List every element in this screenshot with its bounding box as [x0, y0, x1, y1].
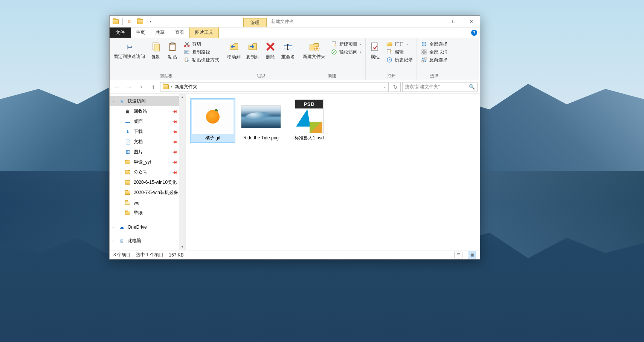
- file-thumbnail: [192, 100, 233, 134]
- nav-up-button[interactable]: ↑: [148, 82, 159, 92]
- sidebar-item-recycle[interactable]: 🗑回收站📌: [110, 106, 185, 116]
- chevron-right-icon: ›: [113, 225, 114, 229]
- invert-selection-button[interactable]: 反向选择: [420, 56, 448, 64]
- address-bar[interactable]: › 新建文件夹 ⌄: [160, 82, 389, 92]
- address-dropdown-icon[interactable]: ⌄: [383, 85, 386, 89]
- new-folder-button[interactable]: 新建文件夹: [301, 40, 328, 60]
- sidebar-item-folder[interactable]: 2020-6-15-win10美化: [110, 177, 185, 188]
- sidebar-item-folder[interactable]: 2020-7-5-win装机必备上: [110, 188, 185, 198]
- minimize-button[interactable]: ―: [428, 16, 445, 27]
- select-all-button[interactable]: 全部选择: [420, 40, 448, 48]
- pin-icon: 📌: [172, 139, 178, 145]
- open-icon: [386, 41, 393, 47]
- context-tab-manage[interactable]: 管理: [243, 18, 267, 27]
- sidebar-item-documents[interactable]: 📄文档📌: [110, 137, 185, 147]
- picture-icon: 🖼: [125, 149, 131, 155]
- folder-icon: [125, 169, 131, 176]
- sidebar-quick-access[interactable]: › ★ 快速访问: [110, 96, 185, 106]
- status-selection-count: 选中 1 个项目: [136, 252, 163, 258]
- svg-rect-28: [422, 61, 424, 63]
- search-input[interactable]: 搜索"新建文件夹" 🔍: [402, 82, 478, 92]
- move-to-button[interactable]: 移动到: [225, 40, 243, 61]
- cut-button[interactable]: 剪切: [183, 40, 220, 48]
- ribbon-group-select: 全部选择 全部取消 反向选择 选择: [417, 38, 451, 80]
- edit-button[interactable]: 编辑: [385, 48, 414, 56]
- svg-rect-22: [422, 50, 424, 52]
- close-button[interactable]: ✕: [462, 16, 480, 27]
- star-icon: ★: [119, 98, 125, 104]
- sidebar-item-folder[interactable]: 公众号📌: [110, 167, 185, 177]
- search-icon: 🔍: [469, 84, 475, 90]
- sidebar-onedrive[interactable]: ›☁OneDrive: [110, 222, 185, 232]
- tab-view[interactable]: 查看: [170, 27, 189, 38]
- paste-shortcut-button[interactable]: 粘贴快捷方式: [183, 56, 220, 64]
- move-to-icon: [229, 40, 239, 53]
- nav-forward-button[interactable]: →: [124, 82, 134, 92]
- nav-back-button[interactable]: ←: [112, 82, 122, 92]
- navigation-pane[interactable]: › ★ 快速访问 🗑回收站📌 ▬桌面📌 ⬇下载📌 📄文档📌 🖼图片📌 毕设_yy…: [110, 94, 186, 250]
- sidebar-scrollbar[interactable]: ▴ ▾: [179, 94, 185, 250]
- file-name: Ride the Tide.png: [243, 135, 279, 141]
- qat-newfolder-icon[interactable]: [136, 17, 145, 26]
- svg-rect-27: [425, 58, 427, 60]
- properties-button[interactable]: 属性: [367, 40, 383, 61]
- nav-recent-dropdown[interactable]: ▾: [136, 82, 147, 92]
- file-menu[interactable]: 文件: [110, 27, 131, 38]
- titlebar: ☑ ▾ 管理 新建文件夹 ― ☐ ✕: [110, 16, 480, 27]
- chevron-right-icon: ›: [113, 239, 114, 243]
- history-icon: [386, 56, 393, 63]
- invert-selection-icon: [421, 56, 427, 63]
- easy-access-button[interactable]: 轻松访问▾: [330, 48, 362, 56]
- refresh-button[interactable]: ↻: [390, 82, 401, 92]
- open-button[interactable]: 打开▾: [385, 40, 414, 48]
- new-item-button[interactable]: 新建项目▾: [330, 40, 362, 48]
- help-button[interactable]: ?: [469, 27, 480, 38]
- rename-button[interactable]: 重命名: [279, 40, 297, 61]
- file-item[interactable]: PSD 标准兽人1.psd: [287, 98, 332, 143]
- chevron-right-icon: ›: [113, 99, 114, 103]
- tab-share[interactable]: 共享: [150, 27, 170, 38]
- file-item[interactable]: Ride the Tide.png: [238, 98, 284, 143]
- body: › ★ 快速访问 🗑回收站📌 ▬桌面📌 ⬇下载📌 📄文档📌 🖼图片📌 毕设_yy…: [110, 94, 480, 250]
- maximize-button[interactable]: ☐: [445, 16, 462, 27]
- history-button[interactable]: 历史记录: [385, 56, 414, 64]
- qat-properties-icon[interactable]: ☑: [125, 17, 134, 26]
- sidebar-item-folder[interactable]: 毕设_yyt📌: [110, 157, 185, 167]
- svg-rect-1: [154, 44, 159, 51]
- tab-home[interactable]: 主页: [131, 27, 150, 38]
- copy-button[interactable]: 复制: [148, 40, 164, 61]
- file-list[interactable]: 橘子.gif Ride the Tide.png PSD 标准兽人1.psd: [186, 94, 480, 250]
- scroll-up-button[interactable]: ▴: [179, 94, 185, 100]
- pin-label: 固定到快速访问: [113, 54, 145, 59]
- paste-shortcut-icon: [183, 56, 190, 63]
- pin-icon: 📌: [172, 128, 178, 134]
- scroll-down-button[interactable]: ▾: [179, 244, 185, 250]
- sidebar-item-folder[interactable]: 壁纸: [110, 208, 185, 218]
- easy-access-icon: [331, 49, 337, 55]
- tab-picture-tools[interactable]: 图片工具: [189, 27, 219, 38]
- delete-button[interactable]: 删除: [262, 40, 278, 61]
- copy-to-button[interactable]: 复制到: [244, 40, 262, 61]
- ribbon-collapse-button[interactable]: ˆ: [459, 27, 469, 38]
- ribbon-group-organize: 移动到 复制到 删除 重命名 组织: [223, 38, 299, 80]
- status-item-count: 3 个项目: [113, 252, 131, 258]
- copy-path-icon: [183, 49, 190, 55]
- copy-path-button[interactable]: 复制路径: [183, 48, 220, 56]
- select-none-button[interactable]: 全部取消: [420, 48, 448, 56]
- file-thumbnail: PSD: [288, 100, 330, 134]
- pin-to-quick-access-button[interactable]: 固定到快速访问: [111, 40, 147, 60]
- ribbon-tabs: 文件 主页 共享 查看 图片工具 ˆ ?: [110, 27, 480, 38]
- view-details-button[interactable]: ☰: [454, 252, 462, 258]
- view-thumbnails-button[interactable]: ▦: [468, 252, 476, 258]
- sidebar-item-downloads[interactable]: ⬇下载📌: [110, 127, 185, 137]
- file-item[interactable]: 橘子.gif: [190, 98, 235, 143]
- sidebar-item-pictures[interactable]: 🖼图片📌: [110, 147, 185, 157]
- qat-customize-dropdown[interactable]: ▾: [146, 17, 155, 26]
- sidebar-item-folder[interactable]: we: [110, 198, 185, 208]
- address-segment[interactable]: 新建文件夹: [175, 84, 197, 90]
- sidebar-item-desktop[interactable]: ▬桌面📌: [110, 116, 185, 127]
- ribbon: 固定到快速访问 复制 粘贴 剪切 复制路径 粘贴快捷方式 剪贴板: [110, 38, 480, 80]
- qat-folder-icon[interactable]: [111, 17, 120, 26]
- paste-button[interactable]: 粘贴: [165, 40, 180, 61]
- sidebar-this-pc[interactable]: ›🖥此电脑: [110, 236, 185, 246]
